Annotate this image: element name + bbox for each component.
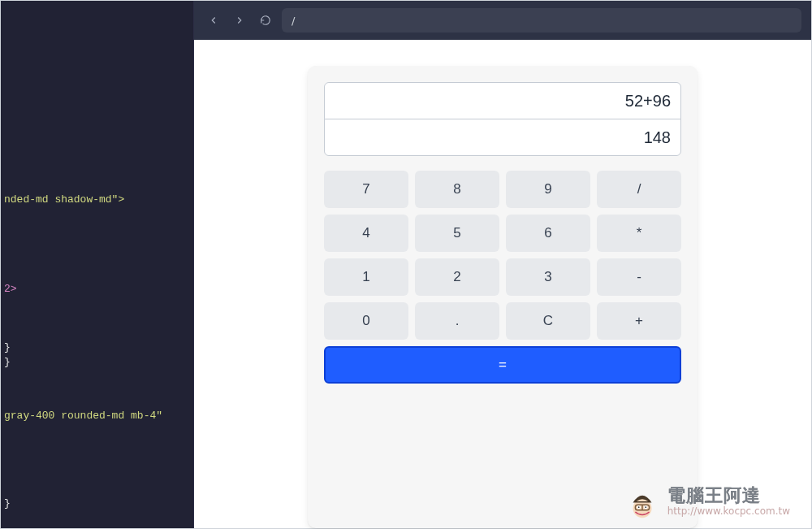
key-dot[interactable]: . — [415, 302, 499, 340]
preview-page: 789/456*123-0.C+= — [194, 40, 811, 528]
key-digit-2[interactable]: 2 — [415, 258, 499, 296]
expression-display[interactable] — [324, 82, 681, 119]
key-minus[interactable]: - — [597, 258, 681, 296]
key-digit-9[interactable]: 9 — [506, 171, 590, 208]
back-button[interactable] — [204, 11, 223, 30]
key-digit-5[interactable]: 5 — [415, 215, 499, 252]
code-token: } — [4, 341, 11, 353]
code-line: } — [1, 496, 11, 511]
key-multiply[interactable]: * — [597, 215, 681, 252]
key-digit-8[interactable]: 8 — [415, 171, 499, 208]
key-divide[interactable]: / — [597, 171, 681, 208]
code-line: } — [1, 355, 11, 370]
svg-point-4 — [645, 506, 646, 508]
url-text: / — [292, 15, 295, 27]
code-line: 2> — [1, 282, 17, 297]
mascot-icon — [624, 483, 661, 520]
key-digit-6[interactable]: 6 — [506, 215, 590, 252]
svg-point-3 — [637, 506, 639, 508]
watermark-title: 電腦王阿達 — [667, 486, 790, 505]
code-line: } — [1, 340, 11, 355]
result-display[interactable] — [324, 119, 681, 156]
watermark: 電腦王阿達 http://www.kocpc.com.tw — [624, 483, 790, 520]
code-line: gray-400 rounded-md mb-4" — [1, 409, 162, 423]
calculator: 789/456*123-0.C+= — [308, 66, 698, 528]
code-token: } — [4, 497, 11, 509]
code-token: nded-md shadow-md"> — [4, 193, 124, 206]
key-digit-1[interactable]: 1 — [324, 258, 408, 296]
key-digit-0[interactable]: 0 — [324, 302, 408, 340]
key-digit-7[interactable]: 7 — [324, 171, 408, 208]
code-line: nded-md shadow-md"> — [1, 193, 124, 207]
key-equals[interactable]: = — [324, 346, 681, 384]
key-digit-3[interactable]: 3 — [506, 258, 590, 296]
watermark-url: http://www.kocpc.com.tw — [667, 506, 790, 517]
key-digit-4[interactable]: 4 — [324, 215, 408, 252]
forward-button[interactable] — [230, 11, 249, 30]
code-token: } — [4, 356, 11, 368]
code-editor-pane: nded-md shadow-md">2>}}gray-400 rounded-… — [1, 1, 194, 528]
key-clear[interactable]: C — [506, 302, 590, 340]
keypad: 789/456*123-0.C+= — [324, 171, 681, 384]
preview-browser-bar: / — [194, 1, 811, 40]
code-token: 2> — [4, 283, 17, 295]
code-token: gray-400 rounded-md mb-4" — [4, 410, 162, 422]
key-plus[interactable]: + — [597, 302, 681, 340]
url-bar[interactable]: / — [282, 8, 801, 33]
reload-button[interactable] — [256, 11, 275, 30]
preview-pane: / 789/456*123-0.C+= — [194, 1, 811, 528]
